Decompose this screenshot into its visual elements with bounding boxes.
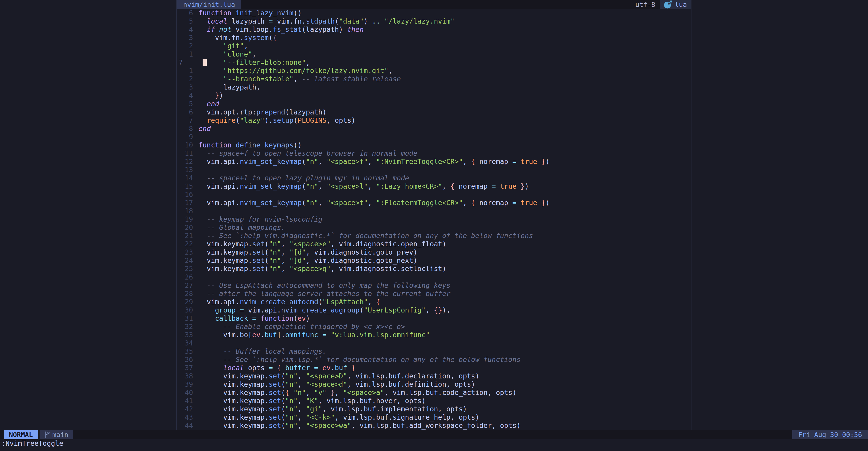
line-number: 3	[177, 34, 198, 42]
line-number: 41	[177, 397, 198, 405]
neovim-screen: nvim/init.lua utf-8 lua 6function init_l…	[0, 0, 868, 451]
code-line[interactable]: 5 end	[177, 100, 691, 108]
line-number: 21	[177, 232, 198, 240]
git-branch-icon	[44, 431, 50, 439]
code-line[interactable]: 32 -- Enable completion triggered by <c-…	[177, 322, 691, 331]
command-line[interactable]: :NvimTreeToggle	[1, 439, 63, 448]
code-line[interactable]: 7 require("lazy").setup(PLUGINS, opts)	[177, 116, 691, 124]
line-number: 5	[177, 100, 198, 108]
code-line[interactable]: 40 vim.keymap.set({ "n", "v" }, "<space>…	[177, 389, 691, 397]
code-line[interactable]: 16	[177, 191, 691, 199]
filetype-label: lua	[675, 1, 687, 8]
encoding-label: utf-8	[635, 0, 660, 9]
code-line[interactable]: 39 vim.keymap.set("n", "<space>d", vim.l…	[177, 380, 691, 389]
line-number: 16	[177, 191, 198, 199]
code-line[interactable]: 8end	[177, 124, 691, 133]
code-line[interactable]: 14 -- space+l to open lazy plugin mgr in…	[177, 174, 691, 182]
line-number: 4	[177, 25, 198, 34]
code-line[interactable]: 25 vim.keymap.set("n", "<space>q", vim.d…	[177, 265, 691, 273]
code-line[interactable]: 6function init_lazy_nvim()	[177, 9, 691, 17]
code-line[interactable]: 5 local lazypath = vim.fn.stdpath("data"…	[177, 17, 691, 25]
line-number: 20	[177, 223, 198, 232]
code-line[interactable]: 20 -- Global mappings.	[177, 223, 691, 232]
line-number: 5	[177, 17, 198, 25]
code-line[interactable]: 3 vim.fn.system({	[177, 34, 691, 42]
code-line[interactable]: 27 -- Use LspAttach autocommand to only …	[177, 281, 691, 290]
code-line[interactable]: 17 vim.api.nvim_set_keymap("n", "<space>…	[177, 199, 691, 207]
code-line[interactable]: 3 lazypath,	[177, 83, 691, 91]
editor-window: nvim/init.lua utf-8 lua 6function init_l…	[177, 0, 691, 430]
code-line[interactable]: 1 "https://github.com/folke/lazy.nvim.gi…	[177, 66, 691, 75]
code-line[interactable]: 31 callback = function(ev)	[177, 314, 691, 322]
line-number: 9	[177, 133, 198, 141]
line-number: 34	[177, 339, 198, 347]
window-separator-right	[691, 0, 691, 430]
code-line[interactable]: 22 vim.keymap.set("n", "<space>e", vim.d…	[177, 240, 691, 248]
code-line[interactable]: 35 -- Buffer local mappings.	[177, 347, 691, 356]
code-line[interactable]: 4 })	[177, 91, 691, 100]
code-line[interactable]: 44 vim.keymap.set("n", "<space>wa", vim.…	[177, 421, 691, 430]
line-number: 30	[177, 306, 198, 314]
code-line[interactable]: 36 -- See `:help vim.lsp.*` for document…	[177, 356, 691, 364]
code-line[interactable]: 30 group = vim.api.nvim_create_augroup("…	[177, 306, 691, 314]
line-number: 1	[177, 50, 198, 58]
code-line[interactable]: 2 "git",	[177, 42, 691, 50]
mode-indicator: NORMAL	[4, 430, 38, 439]
line-number: 2	[177, 42, 198, 50]
code-line[interactable]: 41 vim.keymap.set("n", "K", vim.lsp.buf.…	[177, 397, 691, 405]
line-number: 36	[177, 356, 198, 364]
code-line[interactable]: 1 "clone",	[177, 50, 691, 58]
line-number: 1	[177, 66, 198, 75]
code-line[interactable]: 12 vim.api.nvim_set_keymap("n", "<space>…	[177, 158, 691, 166]
line-number: 15	[177, 182, 198, 191]
code-line[interactable]: 15 vim.api.nvim_set_keymap("n", "<space>…	[177, 182, 691, 191]
line-number: 35	[177, 347, 198, 356]
line-number: 33	[177, 331, 198, 339]
code-area[interactable]: 6function init_lazy_nvim()5 local lazypa…	[177, 9, 691, 430]
line-number: 8	[177, 124, 198, 133]
tab-label: nvim/init.lua	[183, 1, 235, 8]
line-number: 31	[177, 314, 198, 322]
statusline-spacer	[73, 430, 792, 439]
line-number: 2	[177, 75, 198, 83]
code-line[interactable]: 42 vim.keymap.set("n", "gi", vim.lsp.buf…	[177, 405, 691, 413]
code-line[interactable]: 4 if not vim.loop.fs_stat(lazypath) then	[177, 25, 691, 34]
code-line[interactable]: 2 "--branch=stable", -- latest stable re…	[177, 75, 691, 83]
code-line[interactable]: 38 vim.keymap.set("n", "<space>D", vim.l…	[177, 372, 691, 380]
code-line[interactable]: 28 -- after the language server attaches…	[177, 290, 691, 298]
line-number: 6	[177, 108, 198, 116]
code-line[interactable]: 43 vim.keymap.set("n", "<C-k>", vim.lsp.…	[177, 413, 691, 421]
statusline: NORMAL main Fri Aug 30 00:56	[0, 430, 868, 439]
tabline-spacer	[241, 0, 635, 9]
line-number: 37	[177, 364, 198, 372]
line-number: 14	[177, 174, 198, 182]
tab-init-lua[interactable]: nvim/init.lua	[177, 0, 241, 9]
code-line[interactable]: 18	[177, 207, 691, 215]
code-line[interactable]: 37 local opts = { buffer = ev.buf }	[177, 364, 691, 372]
code-line[interactable]: 34	[177, 339, 691, 347]
line-number: 32	[177, 322, 198, 331]
code-line[interactable]: 21 -- See `:help vim.diagnostic.*` for d…	[177, 232, 691, 240]
lua-icon	[664, 0, 672, 9]
code-line[interactable]: 13	[177, 166, 691, 174]
code-line[interactable]: 24 vim.keymap.set("n", "]d", vim.diagnos…	[177, 256, 691, 265]
clock: Fri Aug 30 00:56	[792, 430, 868, 439]
code-line[interactable]: 10function define_keymaps()	[177, 141, 691, 149]
line-number: 40	[177, 389, 198, 397]
code-line[interactable]: 33 vim.bo[ev.buf].omnifunc = "v:lua.vim.…	[177, 331, 691, 339]
code-line[interactable]: 6 vim.opt.rtp:prepend(lazypath)	[177, 108, 691, 116]
code-line[interactable]: 19 -- keymap for nvim-lspconfig	[177, 215, 691, 223]
line-number: 26	[177, 273, 198, 281]
code-line[interactable]: 11 -- space+f to open telescope browser …	[177, 149, 691, 158]
line-number: 11	[177, 149, 198, 158]
line-number: 10	[177, 141, 198, 149]
code-line[interactable]: 9	[177, 133, 691, 141]
code-line[interactable]: 7 "--filter=blob:none",	[177, 58, 691, 66]
line-number: 29	[177, 298, 198, 306]
git-branch: main	[39, 430, 73, 439]
code-line[interactable]: 29 vim.api.nvim_create_autocmd("LspAttac…	[177, 298, 691, 306]
code-line[interactable]: 26	[177, 273, 691, 281]
line-number: 38	[177, 372, 198, 380]
line-number: 3	[177, 83, 198, 91]
code-line[interactable]: 23 vim.keymap.set("n", "[d", vim.diagnos…	[177, 248, 691, 256]
